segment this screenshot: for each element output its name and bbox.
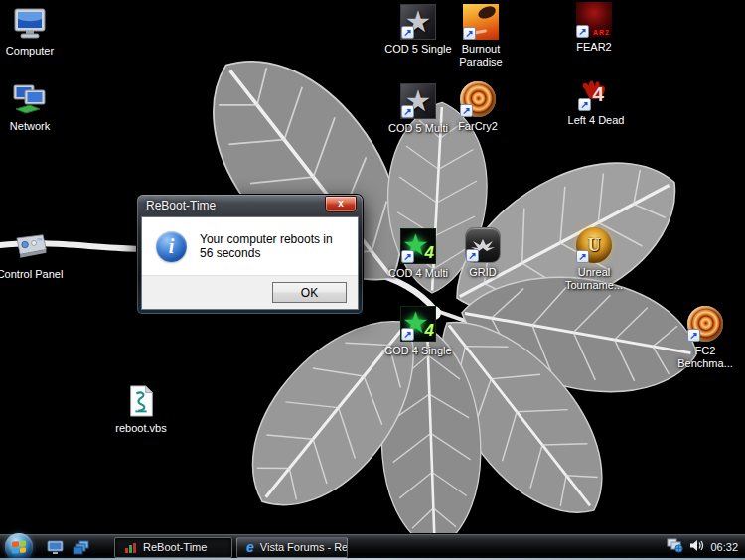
- shortcut-arrow-icon: ↗: [576, 250, 589, 263]
- info-icon: i: [156, 231, 187, 262]
- taskbar-button-label: Vista Forums - Repl...: [260, 541, 348, 553]
- shortcut-arrow-icon: ↗: [401, 328, 414, 341]
- volume-tray-icon[interactable]: [689, 538, 704, 556]
- desktop-icon-computer[interactable]: Computer: [0, 6, 68, 58]
- desktop-icon-reboot-vbs[interactable]: reboot.vbs: [103, 383, 179, 435]
- dialog-body: i Your computer reboots in 56 seconds: [142, 217, 358, 275]
- unreal-icon: U↗: [576, 227, 612, 263]
- desktop-icon-unreal[interactable]: U↗Unreal Tourname...: [556, 227, 632, 291]
- network-icon: [12, 81, 48, 117]
- taskbar: ReBoot-TimeeVista Forums - Repl... 06:32: [0, 533, 745, 560]
- fc2-benchmark-icon: ↗: [687, 306, 723, 342]
- desktop-icon-label: COD 5 Multi: [388, 122, 448, 135]
- quick-launch: [46, 539, 90, 556]
- start-button[interactable]: [5, 533, 33, 560]
- desktop-icon-fc2-benchmark[interactable]: ↗FC2 Benchma...: [668, 306, 743, 369]
- desktop-icon-farcry2[interactable]: ↗FarCry2: [440, 81, 516, 133]
- shortcut-arrow-icon: ↗: [578, 98, 591, 111]
- desktop-icon-label: Unreal Tourname...: [556, 266, 632, 291]
- desktop-icon-grid[interactable]: ↗GRID: [445, 227, 521, 279]
- desktop-icon-left4dead[interactable]: 4↗Left 4 Dead: [558, 75, 634, 127]
- dialog-client-area: i Your computer reboots in 56 seconds OK: [141, 216, 359, 310]
- cod4-single-icon: ★4↗: [400, 306, 436, 342]
- fear2-icon: AR2↗: [576, 2, 612, 38]
- desktop: ComputerNetworkControl Panelreboot.vbs★↗…: [0, 0, 745, 560]
- burnout-paradise-icon: ↗: [463, 4, 499, 40]
- desktop-icon-label: FEAR2: [576, 41, 611, 54]
- desktop-icon-label: Burnout Paradise: [443, 43, 519, 68]
- network-tray-icon[interactable]: [667, 538, 683, 557]
- reboot-time-dialog: ReBoot-Time x i Your computer reboots in…: [137, 195, 363, 314]
- farcry2-icon: ↗: [460, 81, 496, 117]
- desktop-icon-cod4-single[interactable]: ★4↗COD 4 Single: [380, 306, 456, 357]
- cod4-multi-icon: ★4↗: [400, 228, 436, 264]
- desktop-icon-label: Network: [10, 120, 50, 133]
- desktop-icon-label: COD 4 Single: [384, 345, 451, 357]
- close-icon[interactable]: x: [326, 197, 356, 211]
- desktop-icon-network[interactable]: Network: [0, 81, 68, 133]
- cod5-single-icon: ★↗: [400, 4, 436, 40]
- desktop-icon-label: COD 5 Single: [384, 43, 451, 56]
- desktop-icon-label: reboot.vbs: [115, 422, 166, 435]
- control-panel-icon: [12, 229, 48, 265]
- taskbar-button-label: ReBoot-Time: [143, 541, 207, 553]
- shortcut-arrow-icon: ↗: [460, 104, 473, 117]
- desktop-icon-fear2[interactable]: AR2↗FEAR2: [556, 2, 632, 54]
- cod5-multi-icon: ★↗: [400, 83, 436, 119]
- desktop-icon-label: FarCry2: [458, 120, 498, 133]
- switch-windows-icon[interactable]: [72, 539, 90, 556]
- system-tray: 06:32: [667, 538, 745, 557]
- desktop-icon-burnout-paradise[interactable]: ↗Burnout Paradise: [443, 4, 519, 68]
- grid-icon: ↗: [465, 227, 501, 263]
- desktop-icon-label: COD 4 Multi: [388, 267, 448, 280]
- shortcut-arrow-icon: ↗: [576, 25, 589, 38]
- internet-explorer-icon: e: [246, 540, 254, 554]
- dialog-footer: OK: [142, 275, 358, 309]
- desktop-icon-label: FC2 Benchma...: [668, 345, 743, 369]
- reboot-time-icon: [124, 541, 137, 554]
- taskbar-button-vista-forums[interactable]: eVista Forums - Repl...: [236, 537, 348, 558]
- shortcut-arrow-icon: ↗: [401, 26, 414, 39]
- clock[interactable]: 06:32: [710, 541, 738, 553]
- shortcut-arrow-icon: ↗: [687, 329, 700, 342]
- shortcut-arrow-icon: ↗: [401, 105, 414, 118]
- shortcut-arrow-icon: ↗: [466, 249, 479, 262]
- windows-flag-icon: [12, 540, 26, 553]
- show-desktop-icon[interactable]: [46, 539, 65, 556]
- shortcut-arrow-icon: ↗: [463, 27, 476, 40]
- dialog-title: ReBoot-Time: [146, 199, 216, 212]
- computer-icon: [12, 6, 48, 42]
- ok-button[interactable]: OK: [272, 282, 347, 303]
- dialog-message: Your computer reboots in 56 seconds: [200, 232, 344, 260]
- taskbar-buttons: ReBoot-TimeeVista Forums - Repl...: [114, 537, 348, 558]
- desktop-icon-label: Control Panel: [0, 268, 63, 281]
- svg-text:4: 4: [592, 82, 604, 105]
- desktop-icon-label: Left 4 Dead: [568, 114, 625, 127]
- desktop-icon-control-panel[interactable]: Control Panel: [0, 229, 68, 281]
- desktop-icon-label: GRID: [469, 266, 497, 279]
- taskbar-button-reboot-time[interactable]: ReBoot-Time: [114, 537, 232, 558]
- reboot-vbs-icon: [123, 383, 159, 419]
- shortcut-arrow-icon: ↗: [401, 250, 414, 263]
- left4dead-icon: 4↗: [578, 75, 614, 111]
- desktop-icon-label: Computer: [6, 45, 54, 58]
